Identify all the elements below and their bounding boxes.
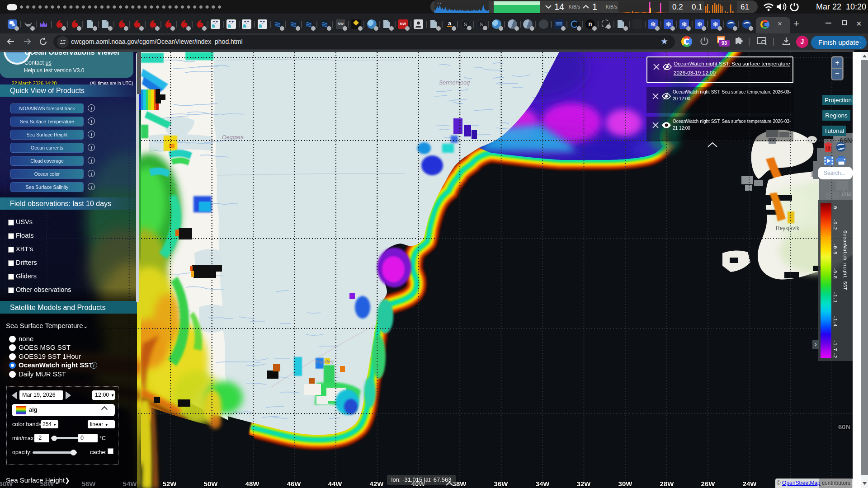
svg-text:28W: 28W: [660, 480, 675, 488]
svg-text:Sermersooq: Sermersooq: [439, 80, 470, 86]
svg-text:30W: 30W: [618, 480, 633, 488]
svg-text:32W: 32W: [577, 480, 591, 488]
svg-text:24W: 24W: [743, 480, 757, 488]
svg-text:50W: 50W: [204, 480, 218, 488]
svg-text:60N: 60N: [838, 423, 851, 431]
svg-text:Kujalleq: Kujalleq: [315, 359, 334, 364]
svg-text:36W: 36W: [494, 480, 509, 488]
svg-text:Ísla: Ísla: [842, 190, 852, 197]
svg-text:26W: 26W: [701, 480, 716, 488]
svg-text:Qeqqata: Qeqqata: [222, 134, 244, 141]
svg-text:34W: 34W: [536, 480, 550, 488]
svg-text:48W: 48W: [245, 480, 260, 488]
svg-text:52W: 52W: [163, 480, 177, 488]
svg-text:Reykjavík: Reykjavík: [776, 225, 800, 231]
svg-text:44W: 44W: [328, 480, 343, 488]
svg-text:46W: 46W: [287, 480, 302, 488]
svg-text:42W: 42W: [370, 480, 384, 488]
